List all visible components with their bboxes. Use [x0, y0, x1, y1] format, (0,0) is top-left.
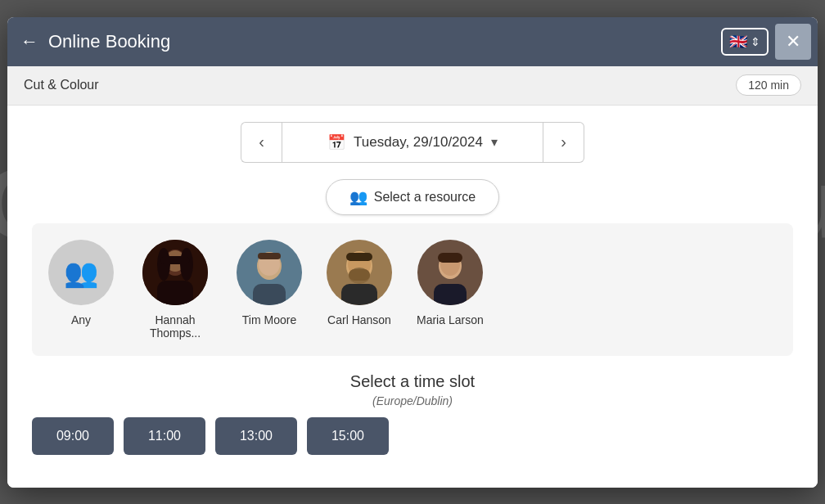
booking-modal: ← Online Booking 🇬🇧 ⇕ ✕ Cut & Colour 120…: [7, 17, 818, 488]
modal-title: Online Booking: [48, 31, 170, 52]
modal-subheader: Cut & Colour 120 min: [7, 66, 818, 106]
calendar-icon: 📅: [327, 133, 345, 151]
date-text: Tuesday, 29/10/2024: [354, 134, 483, 151]
timeslot-1300[interactable]: 13:00: [215, 417, 297, 455]
timeslot-timezone: (Europe/Dublin): [32, 394, 793, 407]
svg-rect-17: [349, 269, 370, 281]
svg-rect-21: [434, 284, 467, 305]
resource-maria[interactable]: Maria Larson: [417, 240, 484, 326]
avatar-tim: [237, 240, 302, 305]
modal-header: ← Online Booking 🇬🇧 ⇕ ✕: [7, 17, 818, 66]
resource-carl-name: Carl Hanson: [327, 313, 391, 326]
any-icon: 👥: [64, 256, 98, 289]
modal-body: ‹ 📅 Tuesday, 29/10/2024 ▾ › 👥 Select a r…: [7, 106, 818, 488]
timeslot-section: Select a time slot (Europe/Dublin) 09:00…: [32, 372, 793, 455]
resource-hannah[interactable]: Hannah Thomps...: [138, 240, 212, 340]
date-display[interactable]: 📅 Tuesday, 29/10/2024 ▾: [282, 122, 543, 163]
timeslot-buttons: 09:00 11:00 13:00 15:00: [32, 417, 793, 455]
resource-any[interactable]: 👥 Any: [48, 240, 114, 326]
avatar-any: 👥: [48, 240, 114, 305]
header-left: ← Online Booking: [20, 31, 170, 52]
hannah-avatar-svg: [142, 240, 208, 305]
service-name: Cut & Colour: [24, 78, 99, 92]
header-right: 🇬🇧 ⇕ ✕: [721, 24, 805, 60]
close-button[interactable]: ✕: [775, 24, 811, 60]
resource-selector-icon: 👥: [349, 188, 367, 206]
resource-hannah-name: Hannah Thomps...: [138, 313, 212, 340]
resource-tim-name: Tim Moore: [242, 313, 296, 326]
svg-rect-14: [341, 284, 377, 305]
resource-selector-label: Select a resource: [374, 190, 476, 205]
resource-maria-name: Maria Larson: [417, 313, 484, 326]
timeslot-1100[interactable]: 11:00: [124, 417, 205, 455]
svg-rect-9: [253, 284, 286, 305]
next-date-button[interactable]: ›: [543, 122, 584, 163]
back-button[interactable]: ←: [20, 31, 38, 52]
lang-chevron-icon: ⇕: [751, 35, 760, 48]
resource-selector-button[interactable]: 👥 Select a resource: [326, 179, 500, 215]
date-dropdown-icon: ▾: [491, 134, 498, 150]
resource-selector-wrapper: 👥 Select a resource: [32, 179, 793, 215]
language-button[interactable]: 🇬🇧 ⇕: [721, 28, 769, 56]
resource-carl[interactable]: Carl Hanson: [327, 240, 392, 326]
duration-badge: 120 min: [736, 74, 801, 96]
avatar-carl: [327, 240, 392, 305]
carl-avatar-svg: [327, 240, 392, 305]
resource-list-container: 👥 Any Hannah Thomps..: [32, 223, 793, 356]
svg-rect-18: [346, 253, 372, 261]
prev-date-button[interactable]: ‹: [241, 122, 282, 163]
svg-rect-23: [438, 253, 462, 263]
resource-tim[interactable]: Tim Moore: [237, 240, 302, 326]
svg-rect-3: [157, 281, 193, 305]
svg-rect-11: [258, 253, 281, 259]
flag-icon: 🇬🇧: [729, 33, 747, 51]
timeslot-0900[interactable]: 09:00: [32, 417, 114, 455]
avatar-hannah: [142, 240, 208, 305]
svg-rect-6: [160, 256, 190, 264]
timeslot-title: Select a time slot: [32, 372, 793, 391]
tim-avatar-svg: [237, 240, 302, 305]
timeslot-1500[interactable]: 15:00: [307, 417, 389, 455]
avatar-maria: [417, 240, 483, 305]
date-picker-row: ‹ 📅 Tuesday, 29/10/2024 ▾ ›: [32, 122, 793, 163]
maria-avatar-svg: [417, 240, 483, 305]
resource-any-name: Any: [71, 313, 91, 326]
